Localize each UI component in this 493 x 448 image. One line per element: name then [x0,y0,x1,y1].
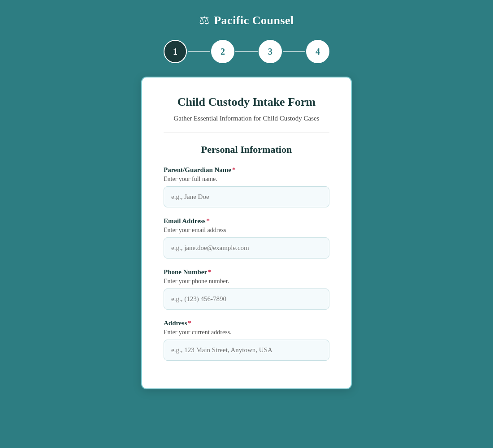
form-card: Child Custody Intake Form Gather Essenti… [141,77,352,389]
hint-address: Enter your current address. [164,329,329,336]
step-indicator: 1 2 3 4 [164,40,329,63]
label-email: Email Address* [164,217,329,225]
input-parent-name[interactable] [164,186,329,207]
required-star-4: * [188,319,191,327]
field-group-phone: Phone Number* Enter your phone number. [164,268,329,310]
step-4[interactable]: 4 [306,40,329,63]
step-2[interactable]: 2 [211,40,234,63]
step-connector-3 [283,51,305,52]
label-address: Address* [164,319,329,327]
step-connector-2 [235,51,258,52]
hint-phone: Enter your phone number. [164,278,329,285]
scales-icon: ⚖ [199,13,209,27]
label-parent-name: Parent/Guardian Name* [164,166,329,174]
form-title: Child Custody Intake Form [164,95,329,109]
form-subtitle: Gather Essential Information for Child C… [164,113,329,124]
form-divider [164,133,329,133]
logo-area: ⚖ Pacific Counsel [199,13,294,27]
hint-parent-name: Enter your full name. [164,176,329,183]
hint-email: Enter your email address [164,227,329,234]
step-1[interactable]: 1 [164,40,187,63]
required-star-1: * [232,166,236,173]
required-star-3: * [208,268,212,276]
section-title: Personal Information [164,144,329,155]
input-address[interactable] [164,340,329,361]
label-phone: Phone Number* [164,268,329,276]
step-3[interactable]: 3 [259,40,282,63]
input-email[interactable] [164,237,329,258]
input-phone[interactable] [164,289,329,310]
field-group-parent-name: Parent/Guardian Name* Enter your full na… [164,166,329,207]
brand-name: Pacific Counsel [214,14,294,27]
field-group-address: Address* Enter your current address. [164,319,329,361]
required-star-2: * [207,217,210,224]
field-group-email: Email Address* Enter your email address [164,217,329,258]
step-connector-1 [188,51,210,52]
